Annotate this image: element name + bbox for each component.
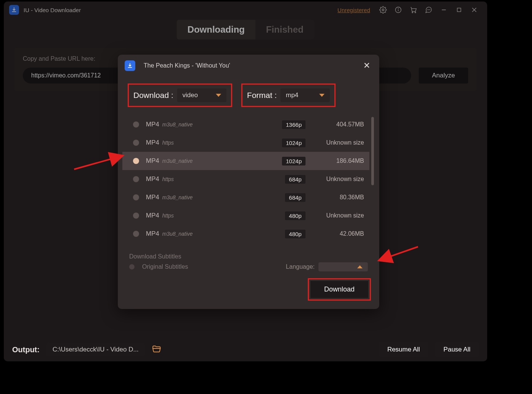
open-folder-icon[interactable] (152, 344, 162, 355)
quality-radio[interactable] (133, 194, 139, 200)
quality-row[interactable]: MP4https480pUnknown size (122, 206, 369, 225)
quality-resolution: 1366p (282, 120, 306, 129)
download-type-select[interactable]: video (177, 88, 226, 102)
subtitles-header: Download Subtitles (129, 253, 368, 260)
format-value: mp4 (286, 91, 314, 99)
quality-size: 42.06MB (315, 230, 364, 237)
quality-radio[interactable] (133, 121, 139, 128)
dialog-title: The Peach Kings - 'Without You' (144, 62, 230, 69)
format-group: Format : mp4 (241, 84, 336, 107)
quality-codec: MP4m3u8_native (146, 121, 273, 128)
format-label: Format : (247, 91, 277, 100)
quality-codec: MP4https (146, 139, 273, 147)
output-path[interactable]: C:\Users\decck\IU - Video D... (46, 343, 144, 356)
quality-row[interactable]: MP4https684pUnknown size (122, 170, 369, 188)
chevron-up-icon (357, 265, 363, 268)
quality-row[interactable]: MP4m3u8_native1024p186.64MB (122, 152, 369, 170)
scrollbar-thumb[interactable] (371, 117, 374, 185)
download-type-value: video (182, 91, 211, 99)
quality-codec: MP4m3u8_native (146, 194, 276, 201)
dialog-close-button[interactable]: ✕ (361, 60, 372, 71)
quality-radio[interactable] (133, 231, 139, 237)
quality-resolution: 684p (285, 193, 306, 202)
bottom-bar: Output: C:\Users\decck\IU - Video D... R… (4, 338, 487, 361)
quality-radio[interactable] (133, 140, 139, 146)
language-label: Language: (286, 263, 315, 270)
quality-radio[interactable] (133, 176, 139, 182)
quality-resolution: 684p (285, 175, 306, 184)
quality-radio[interactable] (133, 213, 139, 219)
original-subtitles-label: Original Subtitles (142, 263, 188, 270)
chevron-down-icon (216, 94, 221, 97)
quality-radio[interactable] (133, 158, 139, 164)
format-select[interactable]: mp4 (280, 88, 330, 102)
chevron-down-icon (319, 94, 325, 97)
quality-resolution: 1024p (282, 157, 306, 165)
quality-resolution: 480p (285, 211, 306, 220)
subtitles-section: Download Subtitles Original Subtitles La… (118, 253, 379, 271)
download-button[interactable]: Download (310, 281, 368, 298)
quality-size: Unknown size (315, 212, 364, 219)
quality-codec: MP4https (146, 212, 276, 219)
download-options-dialog: The Peach Kings - 'Without You' ✕ Downlo… (118, 55, 379, 309)
pause-all-button[interactable]: Pause All (435, 342, 479, 357)
quality-size: 186.64MB (315, 158, 364, 164)
resume-all-button[interactable]: Resume All (379, 342, 428, 357)
quality-codec: MP4m3u8_native (146, 157, 273, 165)
quality-size: Unknown size (315, 176, 364, 183)
quality-size: 80.36MB (315, 194, 364, 201)
quality-size: Unknown size (315, 139, 364, 146)
download-type-label: Download : (133, 91, 173, 100)
quality-size: 404.57MB (315, 121, 364, 128)
quality-row[interactable]: MP4m3u8_native480p42.06MB (122, 225, 369, 243)
quality-codec: MP4m3u8_native (146, 230, 276, 238)
quality-codec: MP4https (146, 175, 276, 183)
quality-resolution: 480p (285, 230, 306, 238)
quality-row[interactable]: MP4m3u8_native684p80.36MB (122, 188, 369, 206)
main-window: IU - Video Downloader Unregistered Downl… (4, 2, 487, 361)
quality-row[interactable]: MP4m3u8_native1366p404.57MB (122, 115, 369, 134)
language-select[interactable] (318, 262, 368, 271)
dialog-logo-icon (125, 60, 135, 71)
quality-list: MP4m3u8_native1366p404.57MBMP4https1024p… (118, 115, 379, 254)
download-type-group: Download : video (128, 84, 232, 107)
quality-resolution: 1024p (282, 139, 306, 147)
original-subtitles-radio[interactable] (129, 264, 135, 269)
quality-row[interactable]: MP4https1024pUnknown size (122, 134, 369, 152)
output-label: Output: (12, 345, 40, 354)
